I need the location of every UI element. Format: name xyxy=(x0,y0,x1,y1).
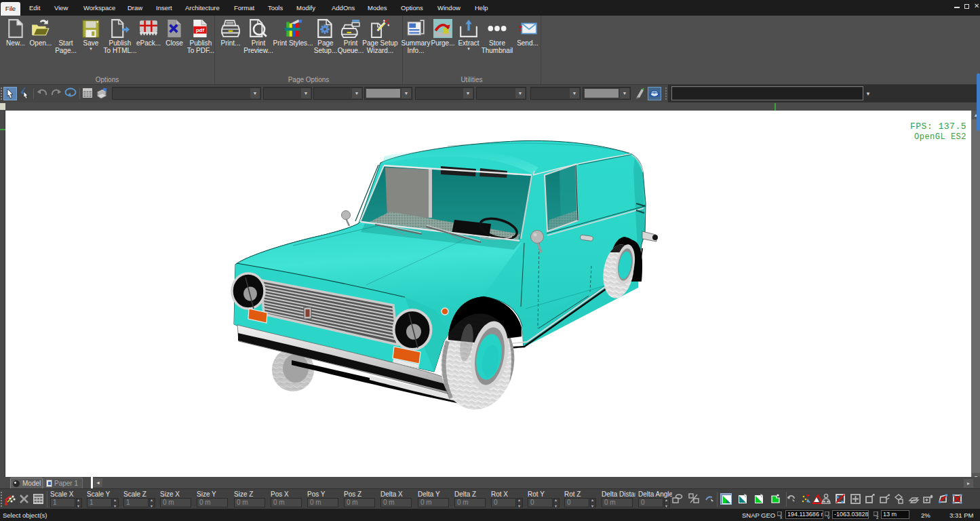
svg-text:pdf: pdf xyxy=(196,27,205,33)
svg-text:x: x xyxy=(780,515,783,520)
svg-text:y: y xyxy=(827,515,830,520)
svg-text:z: z xyxy=(876,515,879,520)
